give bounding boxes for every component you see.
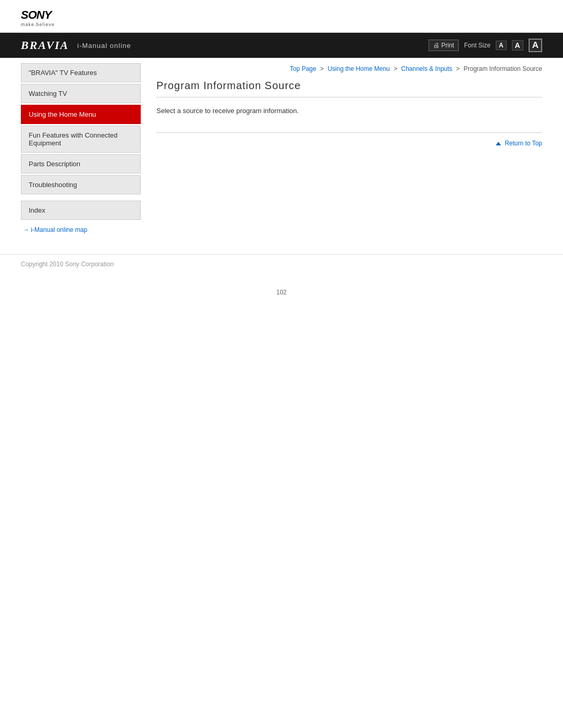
sidebar-item-using-home-menu[interactable]: Using the Home Menu (21, 105, 141, 124)
top-bar: SONY make.believe (0, 0, 563, 33)
content-area: Top Page > Using the Home Menu > Channel… (156, 63, 542, 233)
bravia-left: BRAVIA i-Manual online (21, 39, 131, 52)
breadcrumb-channels-inputs[interactable]: Channels & Inputs (401, 65, 452, 72)
sidebar-item-watching-tv[interactable]: Watching TV (21, 84, 141, 103)
breadcrumb-separator-3: > (456, 65, 460, 72)
printer-icon: 🖨 (433, 42, 439, 49)
font-size-large-button[interactable]: A (529, 39, 542, 52)
print-button[interactable]: 🖨 Print (429, 40, 459, 51)
breadcrumb-separator-1: > (320, 65, 324, 72)
sidebar-item-fun-features[interactable]: Fun Features with Connected Equipment (21, 126, 141, 153)
sony-logo: SONY make.believe (21, 9, 542, 27)
sidebar-item-troubleshooting[interactable]: Troubleshooting (21, 175, 141, 194)
return-to-top-link[interactable]: Return to Top (496, 140, 542, 147)
bravia-subtitle: i-Manual online (77, 42, 131, 50)
arrow-up-icon (496, 142, 501, 145)
main-container: "BRAVIA" TV Features Watching TV Using t… (0, 63, 563, 233)
breadcrumb-using-home-menu[interactable]: Using the Home Menu (327, 65, 389, 72)
breadcrumb-current: Program Information Source (463, 65, 542, 72)
sidebar-item-bravia-features[interactable]: "BRAVIA" TV Features (21, 63, 141, 82)
font-size-label: Font Size (464, 42, 491, 49)
page-title: Program Information Source (156, 80, 542, 97)
font-size-medium-button[interactable]: A (512, 40, 523, 51)
page-number: 102 (0, 289, 563, 296)
bravia-bar: BRAVIA i-Manual online 🖨 Print Font Size… (0, 33, 563, 58)
copyright-text: Copyright 2010 Sony Corporation (21, 261, 114, 268)
return-top-area: Return to Top (156, 132, 542, 147)
sidebar-item-parts-description[interactable]: Parts Description (21, 154, 141, 174)
font-size-small-button[interactable]: A (496, 41, 507, 50)
breadcrumb-separator-2: > (394, 65, 397, 72)
bravia-right: 🖨 Print Font Size A A A (429, 39, 542, 52)
bravia-logo: BRAVIA (21, 39, 69, 52)
sidebar-item-index[interactable]: Index (21, 201, 141, 220)
sidebar: "BRAVIA" TV Features Watching TV Using t… (21, 63, 141, 233)
imanual-online-map-link[interactable]: → i-Manual online map (21, 226, 141, 233)
breadcrumb: Top Page > Using the Home Menu > Channel… (156, 65, 542, 72)
content-description: Select a source to receive program infor… (156, 106, 542, 117)
footer: Copyright 2010 Sony Corporation (0, 254, 563, 278)
breadcrumb-top-page[interactable]: Top Page (290, 65, 316, 72)
